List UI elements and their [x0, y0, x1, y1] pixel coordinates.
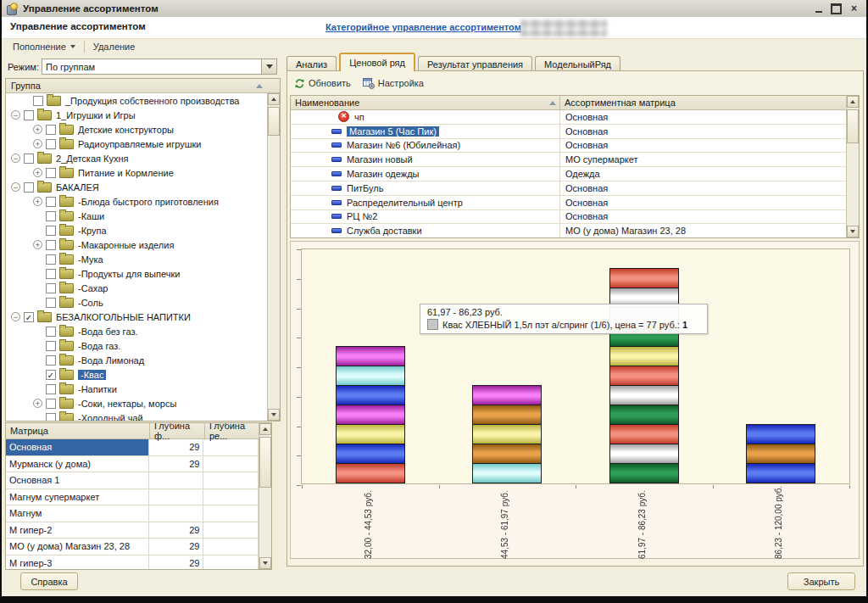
tab-результат-управления[interactable]: Результат управления	[418, 56, 532, 71]
bar-segment-yellow[interactable]	[609, 346, 679, 366]
tree-item[interactable]: -Вода газ.	[6, 338, 267, 353]
table-row[interactable]: Магазин №6 (Юбилейная)Основная	[291, 139, 846, 154]
tree-item[interactable]: -Каши	[6, 209, 267, 223]
bar-segment-red[interactable]	[336, 463, 405, 483]
expand-icon[interactable]: +	[33, 399, 42, 408]
tab-модельныйряд[interactable]: МодельныйРяд	[535, 56, 620, 71]
stacked-bar[interactable]	[336, 346, 405, 483]
tree-item[interactable]: +-Соки, нектары, морсы	[6, 396, 267, 410]
tree-item[interactable]: -Соль	[6, 295, 267, 310]
checkbox[interactable]	[46, 254, 56, 265]
checkbox[interactable]: ✓	[24, 312, 34, 322]
tree-item[interactable]: −2_Детская Кухня	[6, 151, 267, 165]
bar-segment-silver[interactable]	[609, 444, 679, 464]
bar-segment-yellow[interactable]	[336, 424, 405, 444]
tree-item[interactable]: +Радиоуправляемые игрушки	[6, 137, 267, 151]
bar-segment-red[interactable]	[609, 366, 679, 386]
name-col-header[interactable]: Наименование	[291, 96, 560, 109]
table-row[interactable]: Мурманск (у дома)29	[6, 456, 259, 473]
group-tree-header[interactable]: Группа	[6, 79, 280, 93]
help-button[interactable]: Справка	[20, 572, 78, 590]
bar-segment-orange[interactable]	[472, 444, 542, 464]
tree-item[interactable]: +Детские конструкторы	[6, 122, 267, 137]
tree-item[interactable]: -Холодный чай	[6, 410, 267, 421]
checkbox[interactable]	[46, 226, 56, 236]
checkbox[interactable]	[46, 298, 56, 308]
collapse-icon[interactable]: −	[11, 312, 20, 321]
settings-button[interactable]: Настройка	[363, 78, 424, 89]
bar-segment-blue[interactable]	[336, 444, 405, 464]
scroll-thumb[interactable]	[268, 107, 280, 136]
table-row[interactable]: Магнум	[6, 505, 259, 522]
collapse-icon[interactable]: −	[11, 110, 20, 120]
assortment-matrix-col-header[interactable]: Ассортиментная матрица	[560, 96, 859, 109]
refresh-button[interactable]: Обновить	[294, 78, 351, 89]
table-row[interactable]: Служба доставкиМО (у дома) Магазин 23, 2…	[291, 224, 846, 237]
table-row[interactable]: ПитБульОсновная	[291, 181, 846, 196]
depth-f-col-header[interactable]: Глубина ф...	[150, 423, 205, 438]
table-row[interactable]: М гипер-329	[6, 556, 259, 570]
expand-icon[interactable]: +	[33, 125, 42, 134]
table-row[interactable]: Магнум супермаркет	[6, 489, 259, 506]
close-form-button[interactable]: Закрыть	[787, 572, 855, 590]
stacked-bar[interactable]	[746, 424, 815, 483]
bar-segment-blue[interactable]	[746, 463, 815, 483]
tree-item[interactable]: −БАКАЛЕЯ	[6, 180, 267, 194]
checkbox[interactable]	[46, 327, 56, 337]
checkbox[interactable]	[24, 110, 34, 120]
checkbox[interactable]	[46, 413, 56, 422]
checkbox[interactable]: ✓	[46, 370, 56, 380]
tab-ценовой-ряд[interactable]: Ценовой ряд	[339, 53, 415, 71]
table-row[interactable]: МО (у дома) Магазин 23, 2829	[6, 539, 259, 556]
checkbox[interactable]	[24, 154, 34, 164]
tree-item[interactable]: _Продукция собственного производства	[6, 93, 267, 108]
checkbox[interactable]	[33, 96, 43, 106]
bar-segment-green[interactable]	[609, 463, 679, 483]
table-row[interactable]: Распределительный центрОсновная	[291, 196, 846, 210]
collapse-icon[interactable]: −	[11, 182, 20, 192]
scroll-down-button[interactable]	[268, 409, 280, 421]
depth-r-col-header[interactable]: Глубина ре...	[205, 423, 259, 438]
tree-item[interactable]: -Крупа	[6, 223, 267, 237]
table-row[interactable]: Магазин новыйМО супермаркет	[291, 153, 846, 167]
table-row[interactable]: М гипер-229	[6, 522, 259, 539]
tree-item[interactable]: -Продукты для выпечки	[6, 266, 267, 281]
bar-segment-cyan[interactable]	[472, 463, 542, 483]
bar-segment-blue[interactable]	[746, 424, 815, 444]
mode-select[interactable]: По группам	[42, 59, 277, 75]
checkbox[interactable]	[24, 182, 34, 193]
checkbox[interactable]	[46, 341, 56, 351]
expand-icon[interactable]: +	[33, 197, 42, 206]
matrix-scrollbar[interactable]	[259, 423, 271, 569]
expand-icon[interactable]: +	[33, 168, 42, 177]
table-row[interactable]: Основная29	[6, 439, 259, 456]
table-row[interactable]: ✕чпОсновная	[291, 110, 846, 125]
table-row[interactable]: Магазин 5 (Час Пик)Основная	[291, 125, 846, 139]
table-row[interactable]: РЦ №2Основная	[291, 210, 846, 225]
tree-item[interactable]: −✓БЕЗАЛКОГОЛЬНЫЕ НАПИТКИ	[6, 310, 267, 324]
scroll-up-button[interactable]	[259, 423, 271, 435]
checkbox[interactable]	[46, 283, 56, 293]
bar-segment-red[interactable]	[609, 268, 679, 288]
collapse-icon[interactable]: −	[11, 154, 20, 163]
table-row[interactable]: Магазин одеждыОдежда	[291, 167, 846, 181]
tree-item[interactable]: -Напитки	[6, 382, 267, 396]
scroll-thumb[interactable]	[847, 109, 859, 143]
checkbox[interactable]	[46, 269, 56, 279]
bar-segment-cyan[interactable]	[336, 366, 405, 386]
scroll-down-button[interactable]	[847, 226, 859, 237]
bar-segment-red[interactable]	[609, 424, 679, 444]
replenish-button[interactable]: Пополнение	[8, 40, 80, 53]
bar-segment-orange[interactable]	[746, 444, 815, 464]
checkbox[interactable]	[46, 168, 56, 178]
bar-segment-yellow[interactable]	[472, 424, 542, 444]
bar-segment-orange[interactable]	[472, 405, 542, 425]
bar-segment-blue[interactable]	[336, 385, 405, 405]
tree-item[interactable]: -Сахар	[6, 281, 267, 295]
stacked-bar[interactable]	[609, 268, 679, 483]
stores-scrollbar[interactable]	[846, 96, 859, 237]
stacked-bar[interactable]	[472, 385, 542, 483]
tree-scrollbar[interactable]	[267, 93, 280, 421]
bar-segment-green[interactable]	[609, 405, 679, 425]
bar-segment-magenta[interactable]	[472, 385, 542, 405]
